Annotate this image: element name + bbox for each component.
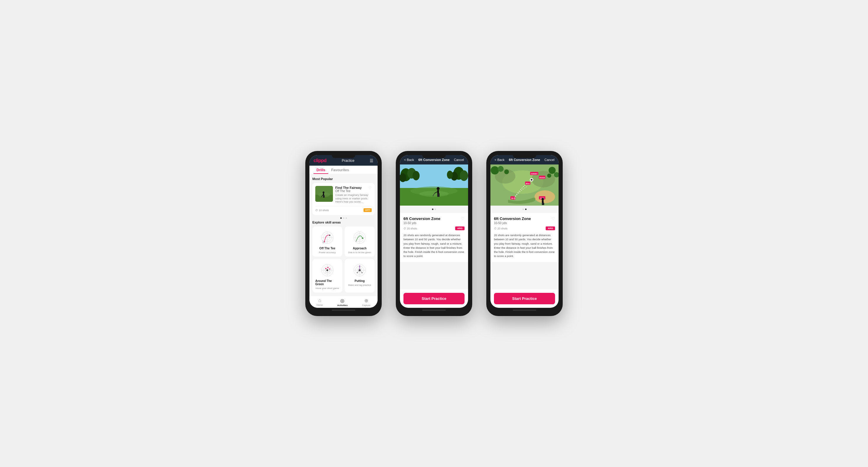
back-button-2[interactable]: < Back: [404, 158, 414, 162]
start-practice-button-2[interactable]: Start Practice: [403, 293, 465, 304]
header-drill-title-2: 6ft Conversion Zone: [418, 158, 450, 162]
svg-text:FAIRWAY: FAIRWAY: [531, 173, 538, 175]
phone-notch-2: [422, 155, 446, 158]
putting-icon: [351, 262, 369, 278]
skill-card-putting[interactable]: Putting Make and lag practice: [345, 259, 375, 293]
drill-description: Create an imaginary fairway using trees …: [335, 194, 372, 204]
nav-home-label: Home: [316, 304, 322, 306]
tab-drills[interactable]: Drills: [313, 166, 328, 174]
svg-point-74: [504, 169, 509, 174]
svg-point-75: [549, 167, 556, 174]
drill-thumbnail: [315, 186, 333, 202]
carousel-dots: [312, 218, 375, 219]
skill-grid: Off The Tee Power accuracy: [312, 227, 375, 293]
drill-title-2: 6ft Conversion Zone: [403, 216, 440, 221]
svg-rect-5: [323, 195, 324, 198]
svg-point-91: [541, 198, 544, 200]
clock-icon: ⏱: [315, 209, 318, 212]
app-logo: clippd: [313, 158, 327, 163]
svg-point-61: [437, 187, 440, 190]
home-bar-3: [513, 309, 536, 311]
drill-bookmark[interactable]: ♡: [369, 186, 372, 190]
svg-point-48: [359, 266, 360, 267]
hero-scene-svg: [400, 165, 468, 206]
bookmark-2[interactable]: ♡: [461, 216, 465, 221]
drill-meta-2: ⏱ 20 shots ARG: [403, 227, 465, 230]
bottom-nav: ⌂ Home ◎ Activities ⊕ Capture: [309, 296, 378, 308]
drill-meta-3: ⏱ 20 shots ARG: [494, 227, 555, 230]
header-drill-title-3: 6ft Conversion Zone: [509, 158, 540, 162]
course-map-svg: Miss Hit FAIRWAY ROUGH SAND: [490, 165, 559, 206]
svg-rect-64: [438, 193, 440, 197]
nav-activities-label: Activities: [337, 304, 348, 307]
svg-rect-63: [437, 193, 438, 197]
svg-point-3: [322, 192, 324, 193]
drill-range-2: 10-50 yds: [403, 222, 440, 225]
dot-3-1: [522, 208, 524, 210]
svg-point-72: [491, 166, 499, 174]
drill-tag-2: ARG: [455, 227, 465, 230]
menu-icon[interactable]: ☰: [370, 158, 373, 163]
nav-capture[interactable]: ⊕ Capture: [362, 298, 370, 307]
content-area: Most Popular: [309, 174, 378, 296]
explore-label: Explore skill areas: [312, 221, 375, 224]
drill-category: Off The Tee: [335, 190, 362, 193]
svg-point-23: [362, 238, 364, 239]
drill-info-3: 6ft Conversion Zone 10-50 yds ♡ ⏱ 20 sho…: [490, 213, 559, 262]
skill-card-atg[interactable]: Around The Green Hone your short game: [312, 259, 342, 293]
drill-tag: OTT: [364, 208, 372, 212]
drill-shots-3: ⏱ 20 shots: [494, 227, 507, 230]
carousel-dots-2: [400, 207, 468, 211]
featured-drill-card[interactable]: Find The Fairway Off The Tee ♡ Create an…: [312, 183, 375, 215]
cancel-button-3[interactable]: Cancel: [545, 158, 555, 162]
home-bar-1: [332, 309, 355, 311]
scene: clippd Practice ☰ Drills Favourites Most…: [288, 133, 580, 334]
skill-card-approach[interactable]: Approach Dial-in to hit the green: [345, 227, 375, 257]
skill-ott-name: Off The Tee: [319, 247, 335, 250]
drill-desc-3: 20 shots are randomly generated at dista…: [494, 233, 555, 259]
phone-3: < Back 6ft Conversion Zone Cancel: [486, 151, 563, 316]
cancel-button-2[interactable]: Cancel: [454, 158, 464, 162]
svg-point-14: [329, 235, 330, 236]
drill-title-3: 6ft Conversion Zone: [494, 216, 531, 221]
bookmark-3[interactable]: ♡: [552, 216, 555, 221]
atg-icon: [318, 262, 336, 278]
drill-meta: ⏱ 10 shots OTT: [315, 206, 372, 212]
svg-text:Hit: Hit: [511, 197, 514, 199]
clock-icon-2: ⏱: [403, 227, 406, 230]
nav-activities[interactable]: ◎ Activities: [337, 298, 348, 307]
dot-2-2: [435, 208, 436, 210]
nav-home[interactable]: ⌂ Home: [316, 298, 322, 307]
drill-hero-image-2: [400, 165, 468, 206]
tab-bar: Drills Favourites: [309, 166, 378, 174]
svg-rect-93: [542, 203, 543, 205]
start-practice-button-3[interactable]: Start Practice: [494, 293, 555, 304]
skill-card-ott[interactable]: Off The Tee Power accuracy: [312, 227, 342, 257]
skill-approach-name: Approach: [353, 247, 367, 250]
phone-1: clippd Practice ☰ Drills Favourites Most…: [305, 151, 382, 316]
back-button-3[interactable]: < Back: [495, 158, 504, 162]
dot-3: [346, 218, 347, 219]
drill-info-2: 6ft Conversion Zone 10-50 yds ♡ ⏱ 20 sho…: [400, 213, 468, 262]
svg-text:ROUGH: ROUGH: [539, 177, 545, 178]
drill-text: Find The Fairway Off The Tee ♡ Create an…: [335, 186, 372, 204]
skill-putting-desc: Make and lag practice: [348, 284, 371, 287]
skill-putting-name: Putting: [355, 279, 365, 282]
approach-icon: [351, 229, 369, 245]
detail-content-2: 6ft Conversion Zone 10-50 yds ♡ ⏱ 20 sho…: [400, 165, 468, 289]
drill-thumb-svg: [315, 186, 333, 202]
dot-1: [340, 218, 342, 219]
dot-2: [343, 218, 344, 219]
skill-approach-desc: Dial-in to hit the green: [348, 251, 371, 254]
svg-point-80: [531, 179, 532, 180]
drill-range-3: 10-50 yds: [494, 222, 531, 225]
detail-content-3: Miss Hit FAIRWAY ROUGH SAND: [490, 165, 559, 289]
activities-icon: ◎: [340, 298, 344, 303]
drill-shots: ⏱ 10 shots: [315, 209, 329, 212]
tab-favourites[interactable]: Favourites: [328, 166, 352, 174]
svg-point-73: [498, 166, 504, 172]
phone-notch-3: [513, 155, 536, 158]
most-popular-label: Most Popular: [312, 177, 375, 180]
phone-2-screen: < Back 6ft Conversion Zone Cancel: [400, 155, 468, 308]
skill-atg-name: Around The Green: [315, 279, 339, 286]
